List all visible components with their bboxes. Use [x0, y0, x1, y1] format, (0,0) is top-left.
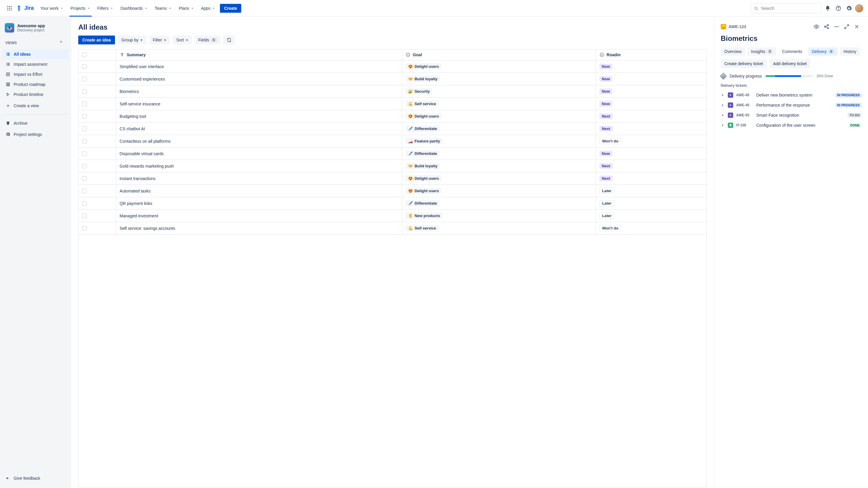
sidebar-item-impact-assesment[interactable]: Impact assesment — [2, 59, 68, 69]
add-view-icon[interactable] — [59, 40, 65, 46]
watch-icon[interactable] — [812, 22, 821, 31]
row-checkbox[interactable] — [82, 226, 87, 231]
goal-chip[interactable]: 🤝Build loyalty — [406, 76, 440, 82]
sidebar-item-product-timeline[interactable]: Product timeline — [2, 90, 68, 99]
roadmap-chip[interactable]: Later — [599, 188, 614, 194]
sidebar-item-all-ideas[interactable]: All ideas — [2, 49, 68, 59]
goal-chip[interactable]: 🖊️Differentiate — [406, 200, 439, 206]
sidebar-item-product-roadmap[interactable]: Product roadmap — [2, 79, 68, 90]
goal-chip[interactable]: ✋New products — [406, 213, 442, 219]
sidebar-project-settings[interactable]: Project settings — [2, 129, 68, 139]
tab-overview[interactable]: Overview — [721, 47, 745, 56]
table-row[interactable]: Disposable virtual cards🖊️DifferentiateN… — [79, 148, 707, 160]
table-row[interactable]: Self service: savings accounts💪Self serv… — [79, 222, 707, 234]
delivery-ticket[interactable]: AWE-45Deliver new biometrics systemIN PR… — [721, 90, 862, 100]
nav-item-apps[interactable]: Apps — [198, 4, 219, 12]
goal-chip[interactable]: 🔐Security — [406, 88, 432, 94]
notifications-icon[interactable] — [823, 4, 832, 13]
nav-item-plans[interactable]: Plans — [176, 4, 197, 12]
roadmap-chip[interactable]: Now — [599, 151, 612, 156]
more-icon[interactable] — [832, 22, 841, 31]
row-checkbox[interactable] — [82, 102, 87, 106]
user-avatar[interactable] — [855, 4, 863, 12]
row-checkbox[interactable] — [82, 77, 87, 82]
search-field[interactable] — [761, 6, 818, 11]
row-checkbox[interactable] — [82, 189, 87, 193]
table-row[interactable]: Biometrics🔐SecurityNow — [79, 85, 707, 98]
automation-button[interactable] — [223, 36, 235, 44]
roadmap-chip[interactable]: Next — [599, 163, 613, 169]
create-delivery-ticket-button[interactable]: Create delivery ticket — [721, 59, 767, 68]
goal-chip[interactable]: 💪Self service — [406, 101, 438, 107]
create-idea-button[interactable]: Create an idea — [78, 36, 115, 44]
add-delivery-ticket-button[interactable]: Add delivery ticket — [770, 59, 810, 68]
row-checkbox[interactable] — [82, 64, 87, 69]
nav-item-projects[interactable]: Projects — [68, 4, 94, 12]
row-checkbox[interactable] — [82, 201, 87, 206]
row-checkbox[interactable] — [82, 176, 87, 181]
table-row[interactable]: Contactless on all platforms🏎️Feature pa… — [79, 135, 707, 148]
table-row[interactable]: Self-service insurance💪Self serviceNow — [79, 98, 707, 110]
delivery-ticket[interactable]: AWE-45Performance of the responseIN PROG… — [721, 100, 862, 110]
expand-icon[interactable] — [842, 22, 851, 31]
row-checkbox[interactable] — [82, 114, 87, 119]
roadmap-chip[interactable]: Next — [599, 113, 613, 119]
nav-item-filters[interactable]: Filters — [94, 4, 117, 12]
tab-insights[interactable]: Insights5 — [747, 47, 776, 56]
issue-key[interactable]: AWE-123 — [728, 24, 746, 29]
nav-item-your-work[interactable]: Your work — [37, 4, 67, 12]
filter-button[interactable]: Filter+ — [149, 36, 170, 44]
goal-chip[interactable]: 🖊️Differentiate — [406, 126, 439, 132]
sidebar-archive[interactable]: Archive — [2, 118, 68, 128]
share-icon[interactable] — [822, 22, 831, 31]
select-all-checkbox[interactable] — [82, 53, 87, 57]
goal-chip[interactable]: 🤝Build loyalty — [406, 163, 440, 169]
roadmap-chip[interactable]: Now — [599, 64, 612, 69]
help-icon[interactable] — [834, 4, 843, 13]
goal-chip[interactable]: 😍Delight users — [406, 113, 441, 119]
tab-history[interactable]: History — [840, 47, 860, 56]
sidebar-item-impact-vs-effort[interactable]: Impact vs Effort — [2, 69, 68, 79]
goal-chip[interactable]: 🏎️Feature parity — [406, 138, 442, 144]
row-checkbox[interactable] — [82, 139, 87, 143]
jira-logo[interactable]: Jira — [16, 5, 34, 12]
roadmap-chip[interactable]: Won't do — [599, 225, 621, 231]
goal-chip[interactable]: 😍Delight users — [406, 63, 441, 70]
goal-chip[interactable]: 🖊️Differentiate — [406, 151, 439, 157]
row-checkbox[interactable] — [82, 214, 87, 218]
row-checkbox[interactable] — [82, 164, 87, 168]
table-row[interactable]: Budgeting tool😍Delight usersNext — [79, 110, 707, 123]
table-row[interactable]: Automated tasks😍Delight usersLater — [79, 185, 707, 197]
roadmap-chip[interactable]: Later — [599, 200, 614, 206]
roadmap-chip[interactable]: Next — [599, 175, 613, 181]
table-row[interactable]: Managed investment✋New productsLater — [79, 210, 707, 222]
goal-chip[interactable]: 😍Delight users — [406, 175, 441, 182]
row-checkbox[interactable] — [82, 151, 87, 156]
roadmap-chip[interactable]: Now — [599, 89, 612, 94]
table-row[interactable]: Simplified user interface😍Delight usersN… — [79, 60, 707, 73]
roadmap-chip[interactable]: Won't do — [599, 138, 621, 144]
nav-item-dashboards[interactable]: Dashboards — [117, 4, 151, 12]
app-switcher-icon[interactable] — [5, 4, 14, 13]
row-checkbox[interactable] — [82, 126, 87, 131]
close-icon[interactable] — [852, 22, 862, 31]
roadmap-chip[interactable]: Now — [599, 101, 612, 107]
delivery-ticket[interactable]: IT-100Configuration of the user screenDO… — [721, 120, 862, 130]
nav-item-teams[interactable]: Teams — [152, 4, 175, 12]
table-row[interactable]: Gold rewards marketing push🤝Build loyalt… — [79, 160, 707, 172]
roadmap-chip[interactable]: Now — [599, 76, 612, 82]
table-row[interactable]: Customised experiences🤝Build loyaltyNow — [79, 73, 707, 85]
sort-button[interactable]: Sort+ — [173, 36, 192, 44]
sidebar-give-feedback[interactable]: Give feedback — [2, 473, 68, 483]
sidebar-create-view[interactable]: Create a view — [2, 101, 68, 111]
create-button[interactable]: Create — [220, 4, 241, 13]
roadmap-chip[interactable]: Later — [599, 213, 614, 219]
delivery-ticket[interactable]: AWE-55Smart Face recognitionTO DO — [721, 110, 862, 120]
search-input[interactable] — [751, 3, 822, 13]
table-row[interactable]: CS chatbot AI🖊️DifferentiateNext — [79, 123, 707, 135]
settings-icon[interactable] — [844, 4, 854, 13]
table-row[interactable]: QR payment links🖊️DifferentiateLater — [79, 197, 707, 210]
goal-chip[interactable]: 😍Delight users — [406, 188, 441, 194]
row-checkbox[interactable] — [82, 89, 87, 94]
table-row[interactable]: Instant transactions😍Delight usersNext — [79, 172, 707, 185]
